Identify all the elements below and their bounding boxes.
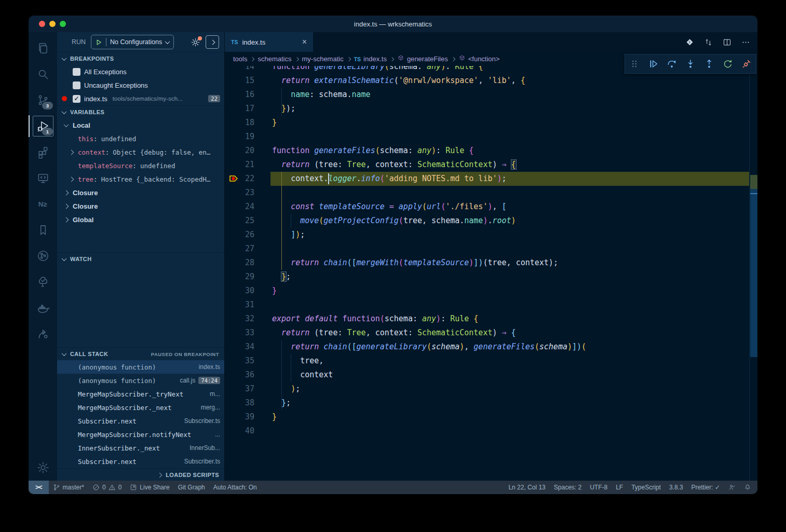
line-number[interactable]: 32 [225,312,254,326]
call-stack-section-header[interactable]: CALL STACK PAUSED ON BREAKPOINT [57,347,224,360]
call-stack-frame[interactable]: MergeMapSubscriber.notifyNext... [57,428,224,441]
scrollbar-slider[interactable] [750,183,757,357]
remote-indicator[interactable]: >< [29,481,49,494]
variable-row[interactable]: context:Object {debug: false, en… [57,145,224,159]
close-tab-icon[interactable]: × [302,38,307,46]
activity-bar-item-extensions[interactable] [29,139,57,165]
line-number[interactable]: 30 [225,284,254,298]
more-actions-button[interactable] [741,38,750,47]
activity-bar-item-live-share[interactable] [29,321,57,347]
prettier-status[interactable]: Prettier: ✓ [692,481,720,494]
line-number[interactable]: 31 [225,298,254,312]
close-window-button[interactable] [39,21,45,27]
code-line[interactable]: 36 context [225,368,757,382]
code-line[interactable]: 24 const templateSource = apply(url('./f… [225,200,757,214]
code-line[interactable]: 27 [225,242,757,256]
code-line[interactable]: 21 return (tree: Tree, context: Schemati… [225,158,757,172]
variables-section-header[interactable]: VARIABLES [57,105,224,118]
variables-scope-global[interactable]: Global [57,213,224,226]
eol-status[interactable]: LF [616,481,623,494]
code-line[interactable]: 18} [225,116,757,130]
code-line[interactable]: 20function generateFiles(schema: any): R… [225,144,757,158]
code-line[interactable]: 35 tree, [225,354,757,368]
loaded-scripts-section-header[interactable]: LOADED SCRIPTS [57,468,224,481]
step-out-button[interactable] [701,56,717,72]
language-mode-status[interactable]: TypeScript [631,481,661,494]
code-line[interactable]: 34 return chain([generateLibrary(schema)… [225,340,757,354]
call-stack-frame[interactable]: Subscriber.nextSubscriber.ts [57,414,224,428]
line-number[interactable]: 20 [225,144,254,158]
code-line[interactable]: 28 return chain([mergeWith(templateSourc… [225,256,757,270]
breadcrumb-item[interactable]: my-schematic [302,55,344,63]
code-line[interactable]: 19 [225,130,757,144]
variable-row[interactable]: templateSource:undefined [57,159,224,172]
breakpoint-row[interactable]: Uncaught Exceptions [57,78,224,92]
activity-bar-item-docker[interactable] [29,295,57,321]
line-number[interactable]: 19 [225,130,254,144]
cursor-position-status[interactable]: Ln 22, Col 13 [508,481,545,494]
line-number[interactable]: 34 [225,340,254,354]
activity-bar-item-nx-console[interactable]: N≥ [29,191,57,217]
activity-bar-item-search[interactable] [29,61,57,87]
breadcrumb-item[interactable]: generateFiles [397,54,448,63]
line-number[interactable]: 39 [225,410,254,424]
breakpoint-execution-pointer-icon[interactable] [229,174,239,188]
restart-button[interactable] [720,56,736,72]
tab-index-ts[interactable]: TS index.ts × [225,32,313,52]
variables-scope-closure[interactable]: Closure [57,186,224,199]
step-over-button[interactable] [664,56,680,72]
line-number[interactable]: 17 [225,102,254,116]
activity-bar-item-git-graph[interactable] [29,243,57,269]
variables-scope-local[interactable]: Local [57,118,224,132]
line-number[interactable]: 27 [225,242,254,256]
split-editor-button[interactable] [723,38,731,47]
line-number[interactable]: 28 [225,256,254,270]
line-number[interactable]: 35 [225,354,254,368]
line-number[interactable]: 18 [225,116,254,130]
breakpoint-checkbox[interactable] [73,68,80,76]
variable-row[interactable]: this:undefined [57,132,224,145]
problems-status[interactable]: 00 [88,481,126,494]
call-stack-frame[interactable]: MergeMapSubscriber._tryNextm... [57,387,224,401]
activity-bar-item-explorer[interactable] [29,35,57,61]
line-number[interactable]: 24 [225,200,254,214]
watch-section-header[interactable]: WATCH [57,252,224,265]
breadcrumb-item[interactable]: <function> [458,54,500,63]
line-number[interactable]: 33 [225,326,254,340]
call-stack-frame[interactable]: InnerSubscriber._nextInnerSub... [57,441,224,455]
breakpoints-section-header[interactable]: BREAKPOINTS [57,52,224,65]
feedback-status[interactable] [728,481,736,494]
line-number[interactable]: 23 [225,186,254,200]
open-changes-button[interactable] [685,38,694,47]
breakpoint-checkbox[interactable]: ✓ [73,95,80,103]
breadcrumb-item[interactable]: TSindex.ts [354,55,387,63]
code-line[interactable]: 29 }; [225,270,757,284]
code-line[interactable]: 22 context.logger.info('adding NOTES.md … [225,172,757,186]
breadcrumb-item[interactable]: tools [233,55,247,63]
activity-bar-item-remote[interactable] [29,165,57,191]
code-editor[interactable]: 14function generateLibrary(schema: any):… [225,66,757,481]
code-line[interactable]: 26 ]); [225,228,757,242]
line-number[interactable]: 37 [225,382,254,396]
live-share-status[interactable]: Live Share [126,481,173,494]
debug-console-button[interactable] [206,35,219,49]
line-number[interactable]: 16 [225,88,254,102]
git-branch-status[interactable]: master* [49,481,88,494]
disconnect-button[interactable] [739,56,754,72]
code-line[interactable]: 31 [225,298,757,312]
call-stack-frame[interactable]: (anonymous function)index.ts [57,360,224,374]
activity-bar-item-todo-tree[interactable] [29,269,57,295]
code-line[interactable]: 38 }; [225,396,757,410]
step-into-button[interactable] [683,56,698,72]
launch-configuration-dropdown[interactable]: No Configurations [91,35,174,49]
line-number[interactable]: 36 [225,368,254,382]
compare-changes-button[interactable] [704,38,713,47]
maximize-window-button[interactable] [60,21,66,27]
variable-row[interactable]: tree:HostTree {_backend: ScopedH… [57,172,224,186]
drag-handle-button[interactable] [627,56,642,72]
line-number[interactable]: 14 [225,66,254,74]
code-line[interactable]: 23 [225,186,757,200]
breakpoint-row[interactable]: ✓index.tstools/schematics/my-sch...22 [57,92,224,105]
line-number[interactable]: 25 [225,214,254,228]
activity-bar-item-source-control[interactable]: 3 [29,87,57,113]
